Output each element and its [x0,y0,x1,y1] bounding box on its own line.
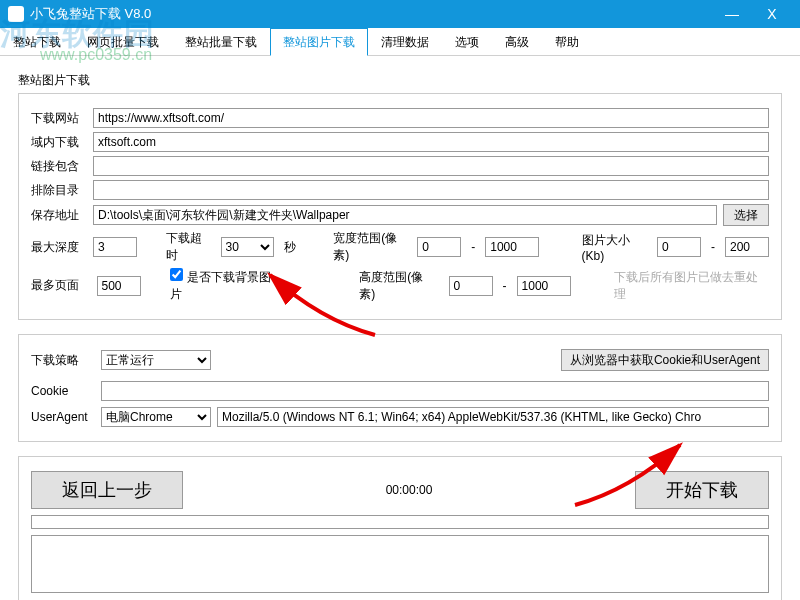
bg-checkbox-wrap[interactable]: 是否下载背景图片 [170,268,281,303]
img-size-label: 图片大小(Kb) [582,232,647,263]
tab-cleanup[interactable]: 清理数据 [368,28,442,55]
cookie-input[interactable] [101,381,769,401]
start-button[interactable]: 开始下载 [635,471,769,509]
timeout-select[interactable]: 30 [221,237,275,257]
tab-site-download[interactable]: 整站下载 [0,28,74,55]
url-input[interactable] [93,108,769,128]
action-group: 返回上一步 00:00:00 开始下载 [18,456,782,600]
exclude-dir-label: 排除目录 [31,182,87,199]
cookie-label: Cookie [31,384,95,398]
progress-bar [31,515,769,529]
tab-advanced[interactable]: 高级 [492,28,542,55]
height-min-input[interactable] [449,276,493,296]
strategy-label: 下载策略 [31,352,95,369]
seconds-label: 秒 [284,239,296,256]
log-box [31,535,769,593]
dedup-note: 下载后所有图片已做去重处理 [614,269,769,303]
tab-bar: 整站下载 网页批量下载 整站批量下载 整站图片下载 清理数据 选项 高级 帮助 [0,28,800,56]
close-button[interactable]: X [752,6,792,22]
size-min-input[interactable] [657,237,701,257]
bg-checkbox[interactable] [170,268,183,281]
useragent-label: UserAgent [31,410,95,424]
group-title: 整站图片下载 [18,72,782,89]
ua-string-input[interactable] [217,407,769,427]
tab-options[interactable]: 选项 [442,28,492,55]
window-title: 小飞兔整站下载 V8.0 [30,5,712,23]
save-path-label: 保存地址 [31,207,87,224]
bg-checkbox-label: 是否下载背景图片 [170,270,270,301]
exclude-dir-input[interactable] [93,180,769,200]
width-min-input[interactable] [417,237,461,257]
app-icon [8,6,24,22]
strategy-select[interactable]: 正常运行 [101,350,211,370]
strategy-group: 下载策略 正常运行 从浏览器中获取Cookie和UserAgent Cookie… [18,334,782,442]
tab-help[interactable]: 帮助 [542,28,592,55]
dash3: - [503,279,507,293]
titlebar: 小飞兔整站下载 V8.0 — X [0,0,800,28]
timer-label: 00:00:00 [189,483,629,497]
timeout-label: 下载超时 [166,230,210,264]
settings-group: 下载网站 域内下载 链接包含 排除目录 保存地址 选择 最大深度 下载超时 30… [18,93,782,320]
back-button[interactable]: 返回上一步 [31,471,183,509]
size-max-input[interactable] [725,237,769,257]
tab-page-batch[interactable]: 网页批量下载 [74,28,172,55]
save-path-input[interactable] [93,205,717,225]
url-label: 下载网站 [31,110,87,127]
dash2: - [711,240,715,254]
max-depth-label: 最大深度 [31,239,83,256]
max-pages-label: 最多页面 [31,277,87,294]
choose-button[interactable]: 选择 [723,204,769,226]
domain-input[interactable] [93,132,769,152]
width-range-label: 宽度范围(像素) [333,230,407,264]
max-depth-input[interactable] [93,237,137,257]
tab-site-batch[interactable]: 整站批量下载 [172,28,270,55]
get-cookie-button[interactable]: 从浏览器中获取Cookie和UserAgent [561,349,769,371]
max-pages-input[interactable] [97,276,141,296]
link-contains-input[interactable] [93,156,769,176]
dash: - [471,240,475,254]
link-contains-label: 链接包含 [31,158,87,175]
ua-browser-select[interactable]: 电脑Chrome [101,407,211,427]
height-range-label: 高度范围(像素) [359,269,438,303]
height-max-input[interactable] [517,276,571,296]
minimize-button[interactable]: — [712,6,752,22]
width-max-input[interactable] [485,237,539,257]
domain-label: 域内下载 [31,134,87,151]
tab-site-images[interactable]: 整站图片下载 [270,28,368,56]
